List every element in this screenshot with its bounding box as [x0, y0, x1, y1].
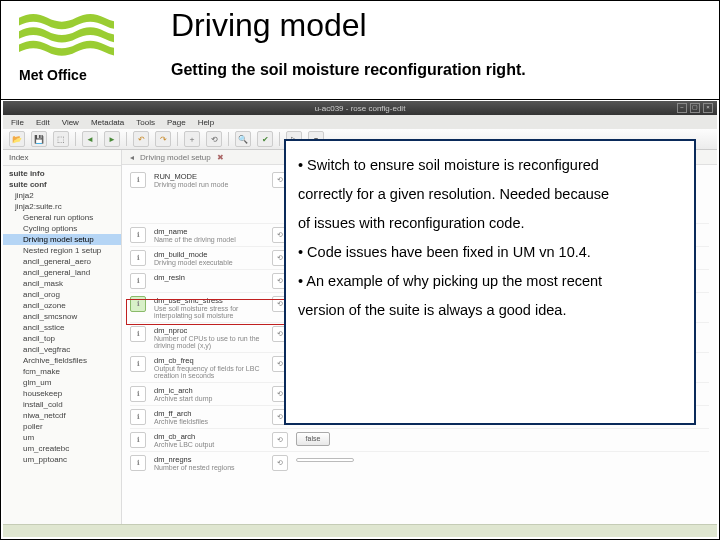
- field-desc: Driving model run mode: [154, 181, 264, 188]
- tree-item[interactable]: General run options: [3, 212, 121, 223]
- tree-item[interactable]: niwa_netcdf: [3, 410, 121, 421]
- tree-item[interactable]: Archive_fieldsfiles: [3, 355, 121, 366]
- row-dm-cb-arch: ℹ dm_cb_archArchive LBC output ⟲ false: [130, 428, 709, 451]
- undo-icon[interactable]: ↶: [133, 131, 149, 147]
- toggle[interactable]: false: [296, 432, 330, 446]
- tree-item[interactable]: poller: [3, 421, 121, 432]
- about-icon[interactable]: ℹ: [130, 356, 146, 372]
- field-name: RUN_MODE: [154, 172, 264, 181]
- tree-item[interactable]: ancil_sstice: [3, 322, 121, 333]
- browse-icon[interactable]: ⬚: [53, 131, 69, 147]
- tree-item[interactable]: housekeep: [3, 388, 121, 399]
- tree-item[interactable]: glm_um: [3, 377, 121, 388]
- menu-tools[interactable]: Tools: [136, 118, 155, 127]
- about-icon[interactable]: ℹ: [130, 386, 146, 402]
- logo-text: Met Office: [19, 67, 114, 83]
- menu-file[interactable]: File: [11, 118, 24, 127]
- waves-icon: [19, 9, 114, 59]
- about-icon[interactable]: ℹ: [130, 296, 146, 312]
- tree-item[interactable]: install_cold: [3, 399, 121, 410]
- callout-line: of issues with reconfiguration code.: [298, 209, 682, 238]
- about-icon[interactable]: ℹ: [130, 326, 146, 342]
- callout-line: version of the suite is always a good id…: [298, 296, 682, 325]
- open-icon[interactable]: 📂: [9, 131, 25, 147]
- revert-field-icon[interactable]: ⟲: [272, 455, 288, 471]
- annotation-callout: • Switch to ensure soil moisture is reco…: [284, 139, 696, 425]
- back-icon[interactable]: ◄: [82, 131, 98, 147]
- tree-item[interactable]: ancil_orog: [3, 289, 121, 300]
- revert-icon[interactable]: ⟲: [206, 131, 222, 147]
- minimize-icon[interactable]: −: [677, 103, 687, 113]
- slide-subtitle: Getting the soil moisture reconfiguratio…: [171, 61, 526, 79]
- about-icon[interactable]: ℹ: [130, 172, 146, 188]
- text-input[interactable]: [296, 458, 354, 462]
- tree-item[interactable]: fcm_make: [3, 366, 121, 377]
- maximize-icon[interactable]: ▢: [690, 103, 700, 113]
- tree-item[interactable]: um: [3, 432, 121, 443]
- add-icon[interactable]: ＋: [184, 131, 200, 147]
- about-icon[interactable]: ℹ: [130, 432, 146, 448]
- about-icon[interactable]: ℹ: [130, 227, 146, 243]
- revert-field-icon[interactable]: ⟲: [272, 432, 288, 448]
- about-icon[interactable]: ℹ: [130, 455, 146, 471]
- met-office-logo: Met Office: [19, 9, 114, 83]
- tree-item[interactable]: ancil_vegfrac: [3, 344, 121, 355]
- about-icon[interactable]: ℹ: [130, 409, 146, 425]
- menu-view[interactable]: View: [62, 118, 79, 127]
- sidebar-header: Index: [3, 150, 121, 166]
- menu-edit[interactable]: Edit: [36, 118, 50, 127]
- close-icon[interactable]: ×: [703, 103, 713, 113]
- tree-item[interactable]: um_pptoanc: [3, 454, 121, 465]
- crumb-label: Driving model setup: [140, 153, 211, 162]
- window-title: u-ac039 - rose config-edit: [315, 104, 406, 113]
- slide-title: Driving model: [171, 7, 367, 44]
- tree-item[interactable]: Nested region 1 setup: [3, 245, 121, 256]
- tree-item[interactable]: jinja2: [3, 190, 121, 201]
- about-icon[interactable]: ℹ: [130, 273, 146, 289]
- menu-page[interactable]: Page: [167, 118, 186, 127]
- menu-bar: File Edit View Metadata Tools Page Help: [3, 115, 717, 129]
- tree-item[interactable]: suite info: [3, 168, 121, 179]
- find-icon[interactable]: 🔍: [235, 131, 251, 147]
- callout-line: • Code issues have been fixed in UM vn 1…: [298, 238, 682, 267]
- menu-metadata[interactable]: Metadata: [91, 118, 124, 127]
- tree-item[interactable]: ancil_mask: [3, 278, 121, 289]
- about-icon[interactable]: ℹ: [130, 250, 146, 266]
- tree-item[interactable]: jinja2:suite.rc: [3, 201, 121, 212]
- tree-item[interactable]: suite conf: [3, 179, 121, 190]
- tree-item[interactable]: Cycling options: [3, 223, 121, 234]
- tree-item[interactable]: ancil_general_aero: [3, 256, 121, 267]
- tree-item[interactable]: ancil_ozone: [3, 300, 121, 311]
- redo-icon[interactable]: ↷: [155, 131, 171, 147]
- tree-item[interactable]: Driving model setup: [3, 234, 121, 245]
- window-titlebar: u-ac039 - rose config-edit − ▢ ×: [3, 101, 717, 115]
- sidebar: Index suite infosuite confjinja2jinja2:s…: [3, 150, 122, 536]
- callout-line: correctly for a given resolution. Needed…: [298, 180, 682, 209]
- callout-line: • Switch to ensure soil moisture is reco…: [298, 151, 682, 180]
- statusbar: [3, 524, 717, 537]
- callout-line: • An example of why picking up the most …: [298, 267, 682, 296]
- validate-icon[interactable]: ✔: [257, 131, 273, 147]
- forward-icon[interactable]: ►: [104, 131, 120, 147]
- tree-item[interactable]: ancil_top: [3, 333, 121, 344]
- tree-item[interactable]: ancil_smcsnow: [3, 311, 121, 322]
- close-tab-icon[interactable]: ✖: [217, 153, 224, 162]
- tree: suite infosuite confjinja2jinja2:suite.r…: [3, 166, 121, 467]
- tree-item[interactable]: um_createbc: [3, 443, 121, 454]
- menu-help[interactable]: Help: [198, 118, 214, 127]
- row-dm-nregns: ℹ dm_nregnsNumber of nested regions ⟲: [130, 451, 709, 474]
- tree-item[interactable]: ancil_general_land: [3, 267, 121, 278]
- save-icon[interactable]: 💾: [31, 131, 47, 147]
